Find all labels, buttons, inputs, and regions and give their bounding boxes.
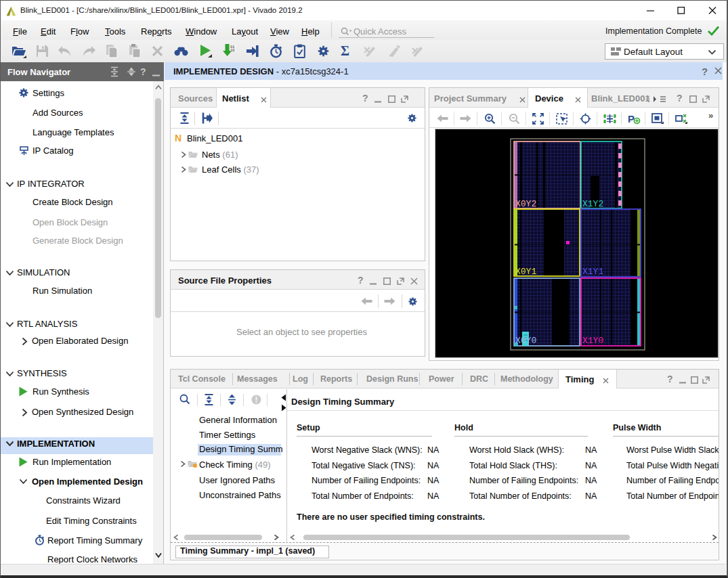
svg-text:X0Y0: X0Y0: [515, 336, 536, 346]
svg-text:P: P: [628, 113, 635, 125]
svg-text:X0Y2: X0Y2: [515, 199, 536, 209]
svg-text:X1Y1: X1Y1: [582, 267, 603, 277]
svg-text:X1Y2: X1Y2: [582, 199, 603, 209]
svg-text:X1Y0: X1Y0: [582, 336, 603, 346]
svg-text:X0Y1: X0Y1: [515, 267, 536, 277]
svg-text:?: ?: [140, 66, 146, 77]
svg-text:10: 10: [230, 48, 235, 53]
svg-text:Σ: Σ: [341, 44, 349, 58]
